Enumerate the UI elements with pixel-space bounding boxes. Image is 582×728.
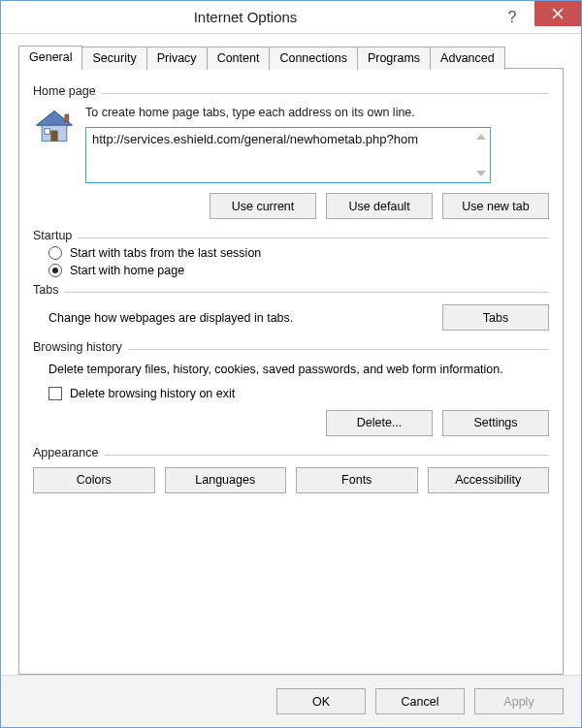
svg-rect-2 [50,131,57,142]
tab-connections[interactable]: Connections [269,47,358,70]
tab-general[interactable]: General [18,46,82,69]
homepage-url-input[interactable]: http://services.eshield.com/general/newh… [85,127,491,183]
tab-strip: General Security Privacy Content Connect… [18,46,564,69]
startup-group-header: Startup [33,229,549,242]
close-icon [552,8,564,19]
window-title: Internet Options [1,9,490,25]
use-current-button[interactable]: Use current [210,193,316,219]
home-icon [33,106,76,148]
tab-security[interactable]: Security [81,47,146,70]
checkbox-icon [48,387,62,400]
history-buttons: Delete... Settings [33,410,549,436]
use-new-tab-button[interactable]: Use new tab [442,193,549,219]
colors-button[interactable]: Colors [33,467,155,493]
cancel-button[interactable]: Cancel [375,688,465,714]
svg-rect-4 [65,114,69,121]
tabs-text: Change how webpages are displayed in tab… [48,311,431,325]
appearance-group-header: Appearance [33,446,549,459]
homepage-url-text: http://services.eshield.com/general/newh… [92,132,472,146]
internet-options-dialog: Internet Options ? General Security Priv… [0,0,582,728]
tab-content[interactable]: Content [207,47,271,70]
ok-button[interactable]: OK [276,688,366,714]
help-button[interactable]: ? [490,5,534,30]
tabs-row: Change how webpages are displayed in tab… [48,304,549,331]
use-default-button[interactable]: Use default [326,193,433,219]
history-text: Delete temporary files, history, cookies… [48,362,549,379]
svg-rect-3 [45,129,49,135]
tab-advanced[interactable]: Advanced [430,47,505,70]
content-area: General Security Privacy Content Connect… [1,34,581,675]
startup-radio-home-page[interactable]: Start with home page [48,264,549,277]
tab-panel-general: Home page To create home page tabs, type… [18,68,564,675]
delete-on-exit-checkbox[interactable]: Delete browsing history on exit [48,387,549,400]
radio-icon [48,264,62,277]
startup-last-label: Start with tabs from the last session [70,246,261,260]
homepage-group-header: Home page [33,84,549,98]
titlebar: Internet Options ? [1,1,581,34]
homepage-buttons: Use current Use default Use new tab [33,193,549,219]
history-label: Browsing history [33,340,122,354]
homepage-label: Home page [33,84,96,98]
appearance-buttons: Colors Languages Fonts Accessibility [33,467,549,493]
startup-radio-last-session[interactable]: Start with tabs from the last session [48,246,549,260]
scroll-down-icon[interactable] [474,167,488,180]
tab-programs[interactable]: Programs [357,47,431,70]
homepage-instruction: To create home page tabs, type each addr… [85,106,549,119]
radio-icon [48,246,62,260]
languages-button[interactable]: Languages [165,467,287,493]
homepage-body: To create home page tabs, type each addr… [33,106,549,183]
tabs-label: Tabs [33,283,58,297]
apply-button[interactable]: Apply [474,688,564,714]
history-group-header: Browsing history [33,340,549,354]
startup-home-label: Start with home page [70,264,184,277]
close-button[interactable] [534,1,581,26]
scroll-up-icon[interactable] [474,130,488,143]
delete-on-exit-label: Delete browsing history on exit [70,387,235,400]
startup-label: Startup [33,229,72,242]
appearance-label: Appearance [33,446,98,459]
tab-privacy[interactable]: Privacy [146,47,208,70]
delete-button[interactable]: Delete... [326,410,433,436]
fonts-button[interactable]: Fonts [296,467,418,493]
settings-button[interactable]: Settings [442,410,549,436]
accessibility-button[interactable]: Accessibility [428,467,550,493]
tabs-group-header: Tabs [33,283,549,297]
tabs-button[interactable]: Tabs [442,304,549,331]
action-bar: OK Cancel Apply [1,675,581,727]
